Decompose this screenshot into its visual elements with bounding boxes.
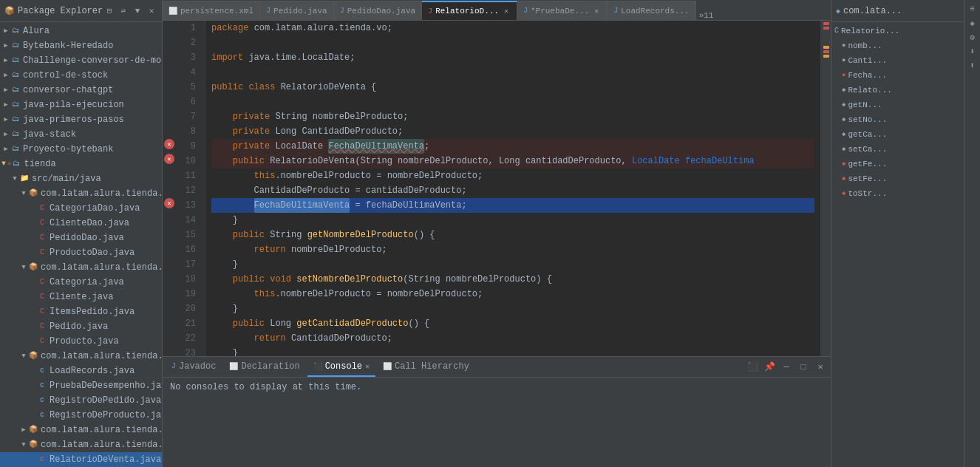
tree-item-producto[interactable]: ▶ C Producto.java bbox=[0, 334, 162, 349]
pin-button[interactable]: 📌 bbox=[762, 360, 777, 375]
tab-console[interactable]: ⬛ Console ✕ bbox=[307, 358, 375, 377]
tree-item-cliente[interactable]: ▶ C Cliente.java bbox=[0, 290, 162, 304]
far-right-icon-1[interactable]: ≡ bbox=[967, 3, 979, 15]
line-num-23: 23 bbox=[177, 346, 200, 356]
line-num-1: 1 bbox=[177, 21, 200, 35]
tree-item-control[interactable]: ▶ 🗂 control-de-stock bbox=[0, 68, 162, 83]
tab-persistence[interactable]: ⬜ persistence.xml bbox=[163, 1, 260, 20]
tree-item-vo[interactable]: ▼ 📦 com.latam.alura.tienda.vo bbox=[0, 437, 162, 452]
code-line-17: } bbox=[211, 257, 814, 272]
code-line-4 bbox=[211, 65, 814, 80]
tree-item-items[interactable]: ▶ C ItemsPedido.java bbox=[0, 304, 162, 319]
tree-item-challenge[interactable]: ▶ 🗂 Challlenge-conversor-de-monedas bbox=[0, 53, 162, 68]
link-editor-button[interactable]: ⇌ bbox=[118, 5, 129, 17]
line-num-16: 16 bbox=[177, 242, 200, 257]
right-item-tostr[interactable]: ◆ toStr... bbox=[831, 186, 964, 201]
line-num-12: 12 bbox=[177, 183, 200, 198]
label-regprod: RegistroDeProducto.java bbox=[50, 409, 162, 422]
tree-item-pedido[interactable]: ▶ C Pedido.java bbox=[0, 319, 162, 334]
java-icon14: C bbox=[37, 454, 47, 465]
tree-item-regpedido[interactable]: ▶ C RegistroDePedido.java bbox=[0, 393, 162, 408]
tree-item-utils[interactable]: ▶ 📦 com.latam.alura.tienda.utils bbox=[0, 423, 162, 437]
more-tabs-indicator[interactable]: »11 bbox=[696, 11, 717, 20]
tree-item-producto-dao[interactable]: ▶ C ProductoDao.java bbox=[0, 245, 162, 260]
right-item-setf[interactable]: ◆ setFe... bbox=[831, 171, 964, 186]
method-icon-getn: ◆ bbox=[842, 98, 845, 112]
tree-item-prueba[interactable]: ▼ 📦 com.latam.alura.tienda.prueba bbox=[0, 349, 162, 364]
editor-scrollbar[interactable] bbox=[820, 21, 831, 356]
tab-loadrecords[interactable]: J LoadRecords... bbox=[608, 1, 695, 20]
bottom-panel: J Javadoc ⬜ Declaration ⬛ Console ✕ ⬜ bbox=[163, 356, 831, 467]
tree-item-cliente-dao[interactable]: ▶ C ClienteDao.java bbox=[0, 216, 162, 231]
tree-item-dao[interactable]: ▼ 📦 com.latam.alura.tienda.dao bbox=[0, 186, 162, 201]
method-icon-getc: ◆ bbox=[842, 128, 845, 141]
code-content[interactable]: package com.latam.alura.tienda.vo; impor… bbox=[205, 21, 820, 356]
tree-item-pruebades[interactable]: ▶ C PruebaDeDesempenho.java bbox=[0, 378, 162, 393]
right-item-getf[interactable]: ◆ getFe... bbox=[831, 157, 964, 171]
right-item-setc[interactable]: ◆ setCa... bbox=[831, 142, 964, 157]
right-label-setc: setCa... bbox=[848, 143, 887, 156]
right-item-setn[interactable]: ◆ setNo... bbox=[831, 112, 964, 127]
right-item-getc[interactable]: ◆ getCa... bbox=[831, 127, 964, 142]
tree-item-loadrecords[interactable]: ▶ C LoadRecords.java bbox=[0, 364, 162, 378]
close-panel-button[interactable]: ✕ bbox=[146, 5, 157, 17]
view-menu-button[interactable]: ▼ bbox=[132, 5, 143, 17]
maximize-button[interactable]: □ bbox=[796, 360, 811, 375]
tab-label-loadrecords: LoadRecords... bbox=[621, 7, 689, 16]
tab-declaration[interactable]: ⬜ Declaration bbox=[223, 358, 305, 377]
tree-item-primeros[interactable]: ▶ 🗂 java-primeros-pasos bbox=[0, 112, 162, 127]
far-right-icon-2[interactable]: ◈ bbox=[967, 17, 979, 29]
java-icon7: C bbox=[37, 307, 47, 317]
minimize-button[interactable]: — bbox=[779, 360, 794, 375]
tree-item-categoria[interactable]: ▶ C Categoria.java bbox=[0, 275, 162, 290]
tree-item-bytebank[interactable]: ▶ 🗂 Bytebank-Heredado bbox=[0, 38, 162, 53]
tree-item-modelo[interactable]: ▼ 📦 com.latam.alura.tienda.modelo bbox=[0, 260, 162, 275]
fecha-highlight: FechaDeUltimaVenta bbox=[328, 139, 424, 154]
tree-item-proyecto[interactable]: ▶ 🗂 Proyecto-bytebank bbox=[0, 142, 162, 157]
right-tree[interactable]: C Relatorio... ● nomb... ● Canti... ● Fe… bbox=[831, 22, 964, 467]
far-right-icon-4[interactable]: ⬇ bbox=[967, 45, 979, 57]
method-icon-ctor: ◆ bbox=[842, 83, 845, 97]
label-challenge: Challlenge-conversor-de-monedas bbox=[23, 54, 162, 67]
tree-item-src-main[interactable]: ▼ 📁 src/main/java bbox=[0, 171, 162, 186]
arrow-conversor: ▶ bbox=[1, 86, 10, 95]
line-num-5: 5 bbox=[177, 80, 200, 95]
scroll-marker-1 bbox=[823, 22, 829, 25]
tab-relatorio[interactable]: J RelatorioD... ✕ bbox=[422, 1, 517, 20]
label-relatorio: RelatorioDeVenta.java bbox=[50, 453, 161, 466]
package-icon: 📦 bbox=[4, 6, 15, 16]
right-item-canti[interactable]: ● Canti... bbox=[831, 53, 964, 68]
right-item-relatorio[interactable]: C Relatorio... bbox=[831, 24, 964, 38]
tab-prueba[interactable]: J *PruebaDe... ✕ bbox=[517, 1, 608, 20]
java-icon5: C bbox=[37, 277, 47, 287]
code-line-18: public void setNombreDelProducto(String … bbox=[211, 272, 814, 287]
tab-close-prueba[interactable]: ✕ bbox=[592, 7, 601, 16]
tree-item-javastack[interactable]: ▶ 🗂 java-stack bbox=[0, 127, 162, 142]
tree-item-tienda[interactable]: ▼ ✕ 🗂 tienda bbox=[0, 157, 162, 171]
tree-item-conversor[interactable]: ▶ 🗂 conversor-chatgpt bbox=[0, 83, 162, 98]
tab-pedido[interactable]: J Pedido.java bbox=[260, 1, 334, 20]
tab-javadoc[interactable]: J Javadoc bbox=[166, 358, 222, 377]
close-bottom-button[interactable]: ✕ bbox=[813, 360, 828, 375]
arrow-prueba: ▼ bbox=[19, 352, 28, 361]
right-item-nomb[interactable]: ● nomb... bbox=[831, 38, 964, 53]
tab-close-relatorio[interactable]: ✕ bbox=[502, 7, 511, 16]
right-item-fecha[interactable]: ● Fecha... bbox=[831, 68, 964, 83]
tab-pedidodao[interactable]: J PedidoDao.java bbox=[334, 1, 422, 20]
label-src-main: src/main/java bbox=[32, 172, 101, 185]
far-right-icon-3[interactable]: ⚙ bbox=[967, 31, 979, 43]
tab-callhierarchy[interactable]: ⬜ Call Hierarchy bbox=[377, 358, 475, 377]
package-explorer-tree[interactable]: ▶ 🗂 Alura ▶ 🗂 Bytebank-Heredado ▶ 🗂 Chal… bbox=[0, 22, 162, 467]
tree-item-pedido-dao[interactable]: ▶ C PedidoDao.java bbox=[0, 231, 162, 245]
tree-item-alura[interactable]: ▶ 🗂 Alura bbox=[0, 24, 162, 38]
right-item-getn[interactable]: ◆ getN... bbox=[831, 98, 964, 112]
tree-item-regprod[interactable]: ▶ C RegistroDeProducto.java bbox=[0, 408, 162, 423]
tree-item-relatorio[interactable]: ▶ C RelatorioDeVenta.java bbox=[0, 452, 162, 467]
tree-item-pila[interactable]: ▶ 🗂 java-pila-ejecucion bbox=[0, 98, 162, 112]
open-console-button[interactable]: ⬛ bbox=[745, 360, 760, 375]
far-right-icon-5[interactable]: ⬆ bbox=[967, 59, 979, 71]
tree-item-categoria-dao[interactable]: ▶ C CategoriaDao.java bbox=[0, 201, 162, 216]
tab-console-close[interactable]: ✕ bbox=[365, 362, 370, 371]
collapse-all-button[interactable]: ⊟ bbox=[103, 5, 115, 17]
right-item-relato-ctor[interactable]: ◆ Relato... bbox=[831, 83, 964, 98]
